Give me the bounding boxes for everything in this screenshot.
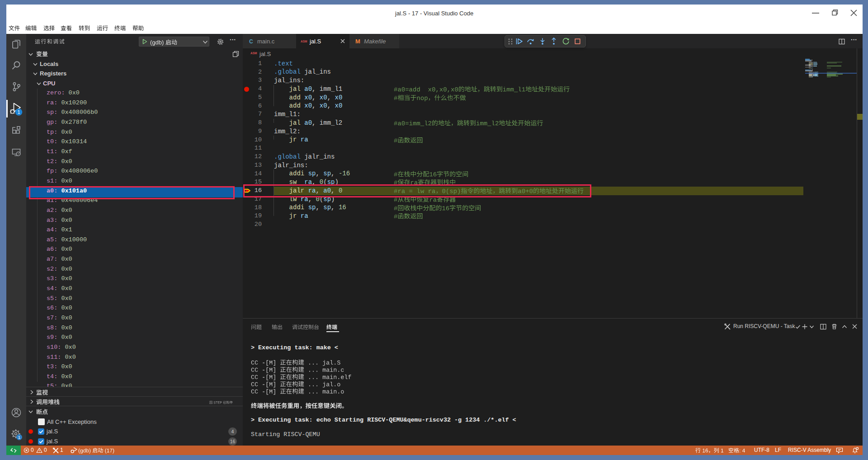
svg-text:1: 1 <box>18 435 20 440</box>
svg-text:1: 1 <box>17 109 20 115</box>
